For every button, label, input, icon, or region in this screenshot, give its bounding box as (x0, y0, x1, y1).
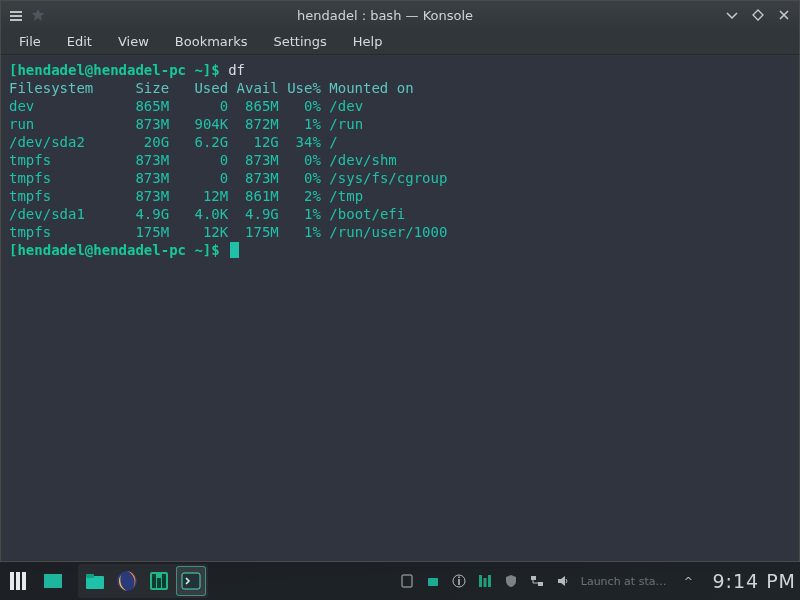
df-row: run 873M 904K 872M 1% /run (9, 115, 791, 133)
df-row: tmpfs 873M 0 873M 0% /sys/fs/cgroup (9, 169, 791, 187)
menu-settings[interactable]: Settings (261, 30, 338, 53)
tray-network-icon[interactable] (529, 573, 545, 589)
minimize-button[interactable] (725, 8, 739, 22)
svg-rect-21 (479, 575, 482, 587)
tray-volume-icon[interactable] (555, 573, 571, 589)
tray-clipboard-icon[interactable] (399, 573, 415, 589)
konsole-task-icon[interactable] (176, 566, 206, 596)
tray-info-icon[interactable] (451, 573, 467, 589)
df-row: tmpfs 873M 12M 861M 2% /tmp (9, 187, 791, 205)
svg-rect-12 (152, 574, 156, 588)
svg-rect-5 (16, 572, 20, 590)
svg-rect-24 (531, 576, 536, 580)
tray-updates-icon[interactable] (477, 573, 493, 589)
tray-expand-icon[interactable]: ^ (680, 573, 696, 589)
shell-prompt: [hendadel@hendadel-pc ~]$ (9, 62, 220, 78)
start-menu-icon[interactable] (4, 566, 34, 596)
pin-icon[interactable] (31, 8, 45, 22)
terminal-cursor (230, 242, 239, 258)
svg-rect-25 (538, 582, 543, 586)
svg-rect-1 (10, 15, 22, 17)
menu-view[interactable]: View (106, 30, 161, 53)
menu-bookmarks[interactable]: Bookmarks (163, 30, 260, 53)
window-titlebar[interactable]: hendadel : bash — Konsole (1, 1, 799, 29)
svg-rect-2 (10, 19, 22, 21)
svg-rect-19 (458, 579, 460, 585)
taskbar: Launch at sta… ^ 9:14 PM (0, 562, 800, 600)
svg-rect-16 (402, 575, 412, 587)
menu-file[interactable]: File (7, 30, 53, 53)
df-row: /dev/sda1 4.9G 4.0K 4.9G 1% /boot/efi (9, 205, 791, 223)
svg-rect-14 (162, 574, 166, 588)
svg-rect-0 (10, 11, 22, 13)
svg-rect-17 (428, 578, 438, 586)
file-manager-icon[interactable] (80, 566, 110, 596)
svg-marker-3 (753, 10, 763, 20)
taskbar-clock[interactable]: 9:14 PM (712, 570, 796, 592)
shell-prompt: [hendadel@hendadel-pc ~]$ (9, 242, 220, 258)
df-row: /dev/sda2 20G 6.2G 12G 34% / (9, 133, 791, 151)
app-menu-icon[interactable] (9, 8, 23, 22)
svg-rect-7 (44, 574, 62, 588)
terminal-area[interactable]: [hendadel@hendadel-pc ~]$ dfFilesystem S… (3, 57, 797, 559)
df-header: Filesystem Size Used Avail Use% Mounted … (9, 79, 791, 97)
svg-rect-9 (86, 574, 94, 578)
svg-rect-13 (157, 578, 161, 588)
konsole-window: hendadel : bash — Konsole File Edit View… (0, 0, 800, 562)
maximize-button[interactable] (751, 8, 765, 22)
menubar: File Edit View Bookmarks Settings Help (1, 29, 799, 55)
shell-command: df (228, 62, 245, 78)
pinned-apps (78, 564, 208, 598)
svg-rect-22 (483, 578, 486, 587)
close-button[interactable] (777, 8, 791, 22)
show-desktop-icon[interactable] (38, 566, 68, 596)
svg-rect-15 (182, 573, 200, 589)
window-title: hendadel : bash — Konsole (45, 8, 725, 23)
menu-edit[interactable]: Edit (55, 30, 104, 53)
svg-rect-6 (22, 572, 26, 590)
svg-rect-20 (458, 577, 460, 579)
df-row: tmpfs 873M 0 873M 0% /dev/shm (9, 151, 791, 169)
manjaro-icon[interactable] (144, 566, 174, 596)
firefox-icon[interactable] (112, 566, 142, 596)
df-row: dev 865M 0 865M 0% /dev (9, 97, 791, 115)
launch-hint-text: Launch at sta… (581, 575, 667, 588)
svg-rect-23 (488, 575, 491, 587)
tray-shield-icon[interactable] (503, 573, 519, 589)
system-tray: Launch at sta… ^ 9:14 PM (399, 570, 796, 592)
menu-help[interactable]: Help (341, 30, 395, 53)
tray-usb-icon[interactable] (425, 573, 441, 589)
df-row: tmpfs 175M 12K 175M 1% /run/user/1000 (9, 223, 791, 241)
svg-rect-4 (10, 572, 14, 590)
